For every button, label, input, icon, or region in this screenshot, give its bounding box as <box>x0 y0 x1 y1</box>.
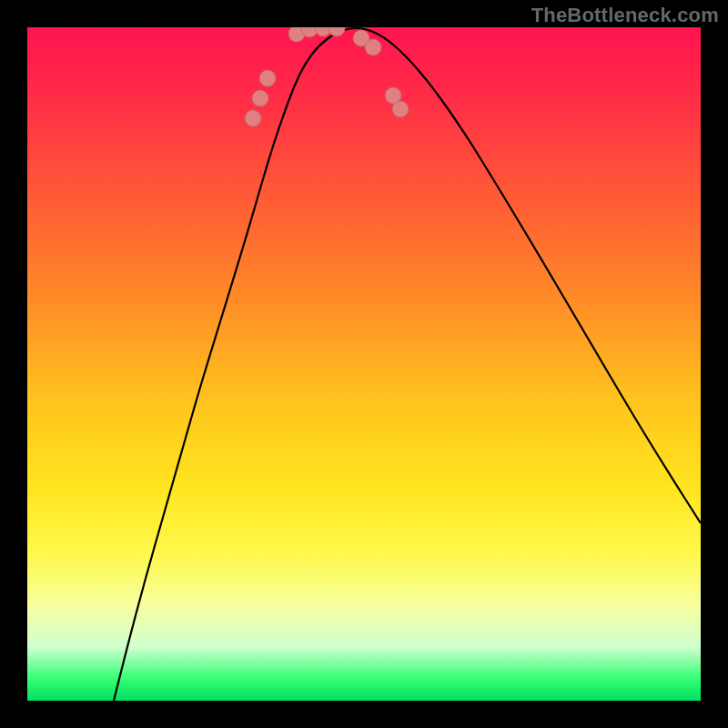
data-marker <box>259 70 276 86</box>
chart-frame: TheBottleneck.com <box>0 0 728 728</box>
data-marker <box>252 90 268 106</box>
data-marker <box>245 110 261 126</box>
data-marker <box>392 101 409 117</box>
data-marker <box>365 39 381 56</box>
data-markers <box>245 27 409 126</box>
plot-area <box>27 27 701 701</box>
bottleneck-curve <box>114 28 701 701</box>
chart-curve-layer <box>27 27 701 701</box>
data-marker <box>329 27 345 36</box>
watermark-text: TheBottleneck.com <box>531 4 719 27</box>
